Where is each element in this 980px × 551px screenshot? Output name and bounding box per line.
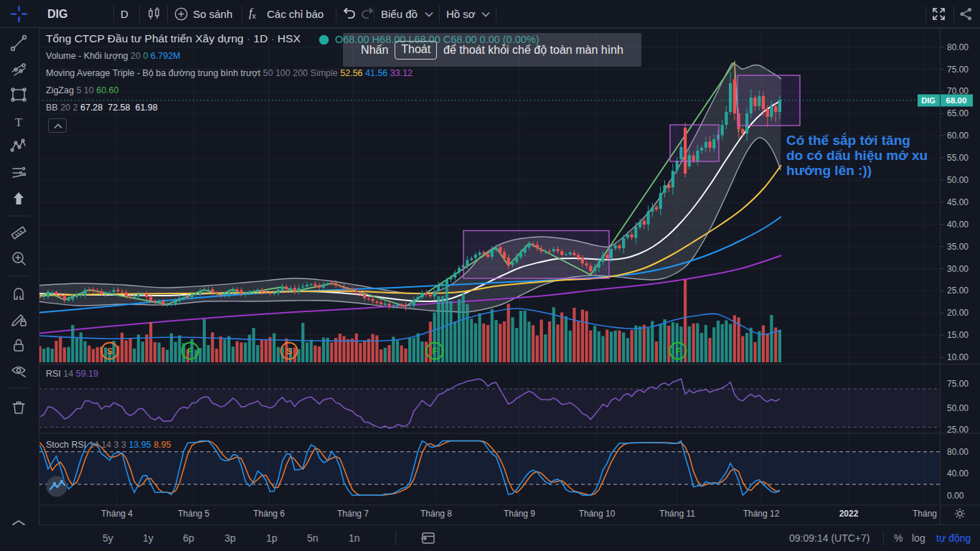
svg-text:60.00: 60.00 [947,131,969,141]
svg-text:80.00: 80.00 [947,447,969,457]
svg-text:Tháng 6: Tháng 6 [253,509,285,519]
svg-text:2022: 2022 [839,509,859,519]
svg-text:10.00: 10.00 [947,352,969,362]
svg-text:Tháng 7: Tháng 7 [337,509,369,519]
svg-text:S: S [286,347,292,357]
svg-text:F: F [675,347,680,357]
svg-text:DIG: DIG [921,96,936,105]
svg-text:75.00: 75.00 [947,65,969,75]
svg-text:80.00: 80.00 [947,42,969,52]
svg-text:30.00: 30.00 [947,264,969,274]
svg-text:35.00: 35.00 [947,242,969,252]
svg-text:F: F [187,347,192,357]
svg-text:25.00: 25.00 [947,286,969,296]
svg-text:do có dấu hiệu mở xu: do có dấu hiệu mở xu [786,148,928,163]
svg-text:hướng lên :)): hướng lên :)) [786,163,872,178]
svg-text:Tháng 11: Tháng 11 [659,509,695,519]
svg-text:Tháng 10: Tháng 10 [579,509,616,519]
svg-text:T: T [15,116,23,129]
svg-text:Tháng 5: Tháng 5 [178,509,209,519]
svg-text:50.00: 50.00 [947,175,969,185]
svg-text:Tháng 8: Tháng 8 [420,509,452,519]
svg-text:75.00: 75.00 [947,379,969,389]
svg-text:Tháng 9: Tháng 9 [504,509,535,519]
svg-text:45.00: 45.00 [947,197,969,207]
svg-text:65.00: 65.00 [947,108,969,118]
svg-text:Tháng 12: Tháng 12 [743,509,780,519]
svg-text:68.00: 68.00 [946,96,967,105]
svg-text:40.00: 40.00 [947,468,969,479]
svg-text:25.00: 25.00 [947,425,969,435]
svg-text:20.00: 20.00 [947,308,969,318]
svg-text:S: S [107,347,113,357]
svg-text:F: F [432,347,437,357]
svg-text:Có thể sắp tới tăng: Có thể sắp tới tăng [786,133,910,148]
svg-text:0.00: 0.00 [947,491,964,501]
svg-text:Tháng: Tháng [913,509,937,519]
svg-text:55.00: 55.00 [947,153,969,163]
svg-text:Tháng 4: Tháng 4 [101,509,133,519]
svg-text:40.00: 40.00 [947,220,969,230]
svg-text:15.00: 15.00 [947,330,969,340]
svg-text:50.00: 50.00 [947,403,969,413]
